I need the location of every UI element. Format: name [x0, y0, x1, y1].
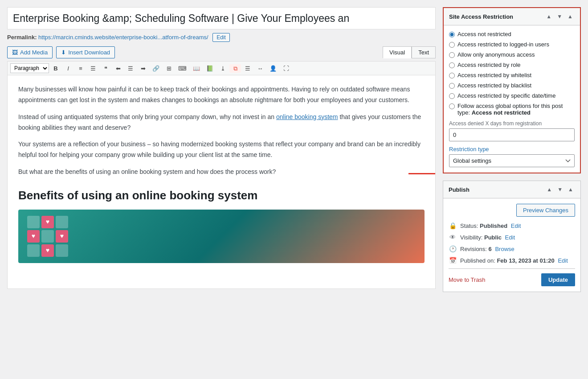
access-option-datetime-label: Access restricted by specific date/time: [457, 92, 555, 99]
grid-cell: [27, 216, 40, 228]
tab-visual[interactable]: Visual: [383, 46, 412, 58]
grid-cell: [41, 230, 54, 243]
site-access-panel-body: Access not restricted Access restricted …: [444, 25, 580, 173]
ordered-list-button[interactable]: ☰: [87, 64, 99, 73]
access-option-blacklist[interactable]: Access restricted by blacklist: [449, 82, 575, 89]
align-right-button[interactable]: ➡: [137, 64, 149, 73]
italic-button[interactable]: I: [62, 64, 74, 73]
access-option-logged-in-label: Access restricted to logged-in users: [457, 41, 549, 48]
table-button[interactable]: ⊞: [163, 64, 175, 73]
custom6-button[interactable]: ☰: [242, 64, 253, 73]
access-option-whitelist-label: Access restricted by whitelist: [457, 72, 531, 78]
permalink-row: Permalink: https://marcin.cminds.website…: [7, 33, 436, 42]
publish-panel-body: Preview Changes 🔒 Status: Published Edit…: [443, 198, 580, 292]
access-option-anonymous-label: Allow only anonymous access: [457, 51, 535, 58]
content-para2: Instead of using antiquated systems that…: [18, 112, 425, 133]
site-access-panel-header: Site Access Restriction ▲ ▼ ▲: [444, 8, 580, 25]
content-para1: Many businesses will know how painful it…: [18, 84, 425, 106]
align-center-button[interactable]: ☰: [125, 64, 136, 73]
publish-collapse-up-button[interactable]: ▲: [545, 185, 554, 194]
publish-footer: Move to Trash Update: [449, 268, 575, 286]
access-denied-label: Access denied X days from registration: [449, 120, 575, 127]
custom7-button[interactable]: ↔: [254, 64, 266, 73]
insert-download-button[interactable]: ⬇ Insert Download: [56, 46, 115, 58]
align-left-button[interactable]: ⬅: [112, 64, 124, 73]
add-media-button[interactable]: 🖼 Add Media: [7, 46, 53, 58]
grid-cell: [56, 216, 68, 228]
permalink-edit-button[interactable]: Edit: [212, 33, 230, 42]
bold-button[interactable]: B: [50, 64, 61, 73]
access-option-follow-global[interactable]: Follow access global options for this po…: [449, 103, 575, 116]
image-grid: ♥ ♥ ♥ ♥: [27, 216, 68, 257]
tab-text[interactable]: Text: [412, 46, 436, 58]
post-title-input[interactable]: [7, 7, 436, 29]
publish-date-row: 📅 Published on: Feb 13, 2023 at 01:20 Ed…: [449, 257, 575, 264]
paragraph-select[interactable]: Paragraph: [10, 63, 49, 73]
custom5-button[interactable]: ⧉: [229, 64, 241, 73]
calendar-icon: 📅: [449, 257, 457, 264]
publish-status-text: Status: Published Edit: [460, 222, 521, 229]
access-option-blacklist-label: Access restricted by blacklist: [457, 82, 531, 89]
content-link-booking[interactable]: online booking system: [276, 113, 338, 120]
format-toolbar: Paragraph B I ≡ ☰ ❝ ⬅ ☰ ➡ 🔗 ⊞ ⌨ 📖 📗 ⤓ ⧉ …: [7, 61, 436, 75]
publish-panel-controls: ▲ ▼ ▲: [545, 185, 575, 194]
revisions-icon: 🕐: [449, 245, 457, 252]
publish-collapse-down-button[interactable]: ▼: [555, 185, 564, 194]
update-button[interactable]: Update: [541, 273, 575, 286]
permalink-label: Permalink:: [7, 34, 37, 41]
grid-cell-heart: ♥: [41, 244, 54, 257]
grid-cell: [56, 244, 68, 257]
publish-revisions-browse-link[interactable]: Browse: [495, 246, 514, 252]
access-option-not-restricted[interactable]: Access not restricted: [449, 31, 575, 37]
add-media-icon: 🖼: [12, 49, 18, 56]
content-para4: But what are the benefits of using an on…: [18, 167, 425, 177]
publish-visibility-row: 👁 Visibility: Public Edit: [449, 234, 575, 241]
grid-cell: [27, 244, 40, 257]
content-image: ♥ ♥ ♥ ♥: [18, 210, 425, 263]
grid-cell-heart: ♥: [56, 230, 68, 243]
unordered-list-button[interactable]: ≡: [75, 64, 86, 73]
publish-panel-header: Publish ▲ ▼ ▲: [443, 181, 580, 198]
preview-changes-button[interactable]: Preview Changes: [516, 204, 575, 217]
tinymce-content-area[interactable]: Many businesses will know how painful it…: [7, 75, 436, 289]
status-icon: 🔒: [449, 222, 457, 229]
custom4-button[interactable]: ⤓: [217, 64, 229, 73]
move-to-trash-link[interactable]: Move to Trash: [449, 276, 485, 283]
access-option-whitelist[interactable]: Access restricted by whitelist: [449, 72, 575, 78]
custom3-button[interactable]: 📗: [204, 64, 216, 73]
content-para3: Your systems are a reflection of your bu…: [18, 139, 425, 161]
publish-status-edit-link[interactable]: Edit: [511, 222, 521, 229]
access-option-logged-in[interactable]: Access restricted to logged-in users: [449, 41, 575, 48]
publish-panel-title: Publish: [449, 186, 470, 193]
panel-pin-button[interactable]: ▲: [566, 12, 575, 21]
link-button[interactable]: 🔗: [150, 64, 162, 73]
fullscreen-button[interactable]: ⛶: [280, 64, 292, 73]
editor-sidebar: Site Access Restriction ▲ ▼ ▲ Access not…: [443, 7, 581, 299]
access-option-by-role[interactable]: Access restricted by role: [449, 62, 575, 68]
access-option-datetime[interactable]: Access restricted by specific date/time: [449, 92, 575, 99]
custom1-button[interactable]: ⌨: [176, 64, 189, 73]
access-denied-input[interactable]: [449, 128, 575, 141]
publish-date-edit-link[interactable]: Edit: [558, 257, 568, 264]
panel-collapse-down-button[interactable]: ▼: [555, 12, 564, 21]
publish-revisions-text: Revisions: 6 Browse: [460, 246, 514, 252]
visibility-icon: 👁: [449, 234, 457, 241]
visual-text-tabs: Visual Text: [383, 46, 436, 58]
blockquote-button[interactable]: ❝: [100, 64, 111, 73]
publish-pin-button[interactable]: ▲: [566, 185, 575, 194]
access-option-anonymous[interactable]: Allow only anonymous access: [449, 51, 575, 58]
access-option-by-role-label: Access restricted by role: [457, 62, 521, 68]
restriction-type-label: Restriction type: [449, 146, 575, 152]
editor-toolbar-row: 🖼 Add Media ⬇ Insert Download Visual Tex…: [7, 46, 436, 58]
publish-date-text: Published on: Feb 13, 2023 at 01:20 Edit: [460, 257, 568, 264]
custom8-button[interactable]: 👤: [267, 64, 279, 73]
publish-panel: Publish ▲ ▼ ▲ Preview Changes 🔒 Status: …: [443, 181, 581, 292]
publish-visibility-edit-link[interactable]: Edit: [505, 234, 515, 241]
access-option-follow-global-label: Follow access global options for this po…: [457, 103, 575, 116]
publish-revisions-row: 🕐 Revisions: 6 Browse: [449, 245, 575, 252]
restriction-type-select[interactable]: Global settings Whitelist Blacklist: [449, 154, 575, 167]
restriction-type-section: Restriction type Global settings Whiteli…: [449, 146, 575, 167]
panel-collapse-up-button[interactable]: ▲: [544, 12, 553, 21]
permalink-link[interactable]: https://marcin.cminds.website/enterprise…: [38, 34, 208, 41]
custom2-button[interactable]: 📖: [190, 64, 203, 73]
